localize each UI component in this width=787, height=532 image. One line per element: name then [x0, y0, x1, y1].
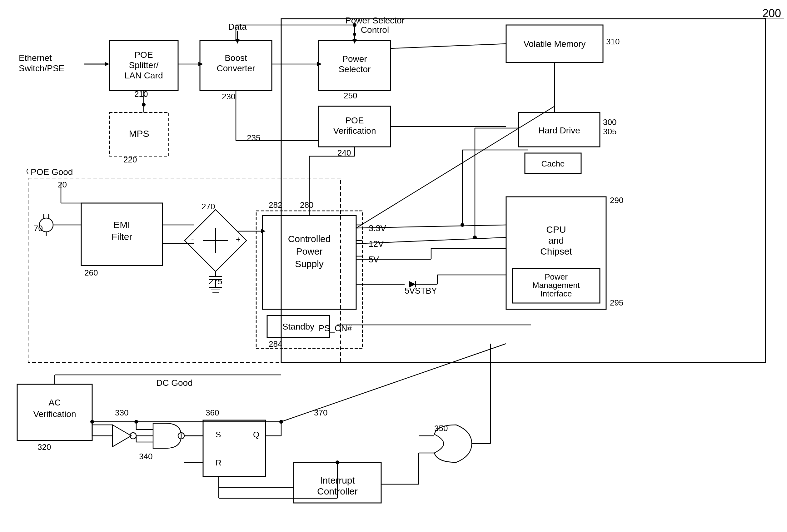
- poe-splitter-label3: LAN Card: [125, 70, 163, 80]
- power-selector-label: Power: [342, 54, 367, 64]
- poe-good-label: POE Good: [30, 167, 73, 177]
- cpu-label1: CPU: [546, 224, 566, 235]
- ethernet-switch-label: Ethernet: [19, 53, 52, 63]
- ref-70: 70: [34, 224, 43, 233]
- poe-splitter-label: POE: [134, 50, 153, 60]
- sr-r-label: R: [216, 458, 221, 467]
- ref-280: 280: [300, 200, 313, 210]
- ref-260: 260: [84, 268, 98, 277]
- ref-282: 282: [269, 200, 282, 210]
- boost-converter-label2: Converter: [217, 63, 255, 73]
- ref-220: 220: [123, 155, 137, 164]
- ref-250: 250: [344, 91, 357, 100]
- volatile-memory-label: Volatile Memory: [523, 39, 586, 49]
- boost-converter-label: Boost: [225, 53, 247, 63]
- poe-verification-label: POE: [345, 115, 364, 125]
- standby-label: Standby: [282, 322, 315, 332]
- ref-305: 305: [603, 127, 616, 136]
- cpu-label2: and: [548, 235, 564, 246]
- ref-320: 320: [38, 442, 51, 452]
- ref-200: 200: [762, 7, 781, 20]
- ref-300: 300: [603, 118, 616, 127]
- svg-point-100: [142, 103, 146, 107]
- sr-q-label: Q: [253, 430, 259, 439]
- diagram-container: 200 Ethernet Switch/PSE POE Splitter/ LA…: [0, 0, 787, 532]
- emi-filter-label2: Filter: [111, 232, 132, 242]
- plus-label: +: [236, 235, 240, 244]
- hard-drive-label: Hard Drive: [538, 126, 580, 135]
- cache-label: Cache: [541, 159, 565, 168]
- cps-label1: Controlled: [288, 234, 331, 244]
- ref-230: 230: [222, 92, 235, 101]
- ref-340: 340: [139, 452, 152, 461]
- ref-310: 310: [606, 37, 619, 46]
- v33-label: 3.3V: [369, 224, 386, 233]
- ref-284: 284: [269, 339, 282, 348]
- data-label: Data: [228, 22, 247, 31]
- minus-label: -: [191, 235, 194, 244]
- ac-verify-label1: AC: [49, 398, 61, 407]
- cps-label2: Power: [296, 246, 322, 256]
- poe-splitter-label2: Splitter/: [129, 60, 159, 70]
- ref-350: 350: [434, 424, 448, 433]
- ref-295: 295: [610, 298, 623, 307]
- ethernet-switch-label2: Switch/PSE: [19, 63, 64, 73]
- ref-290: 290: [610, 195, 623, 205]
- pmi-label1: Power: [545, 272, 568, 281]
- mps-label: MPS: [129, 128, 149, 139]
- ref-20: 20: [58, 180, 67, 189]
- dc-good-label: DC Good: [156, 378, 193, 388]
- vstby-label: 5VSTBY: [405, 286, 437, 296]
- ref-360: 360: [206, 408, 219, 417]
- pmi-label3: Interface: [540, 289, 572, 298]
- cpu-label3: Chipset: [540, 246, 572, 256]
- emi-filter-label: EMI: [113, 220, 130, 230]
- power-selector-label2: Selector: [339, 64, 371, 74]
- svg-point-126: [336, 461, 339, 464]
- power-selector-control-label2: Control: [361, 25, 389, 35]
- ref-270: 270: [201, 202, 215, 211]
- ref-210: 210: [134, 89, 148, 99]
- svg-point-106: [353, 23, 357, 27]
- cps-label3: Supply: [295, 259, 324, 269]
- pmi-label2: Management: [532, 280, 580, 290]
- ac-verify-label2: Verification: [34, 409, 76, 419]
- sr-s-label: S: [216, 430, 221, 439]
- ref-370: 370: [314, 408, 327, 417]
- v12-label: 12V: [369, 239, 384, 249]
- poe-verification-label2: Verification: [333, 126, 376, 135]
- ref-330: 330: [115, 408, 128, 417]
- ref-235: 235: [247, 133, 260, 143]
